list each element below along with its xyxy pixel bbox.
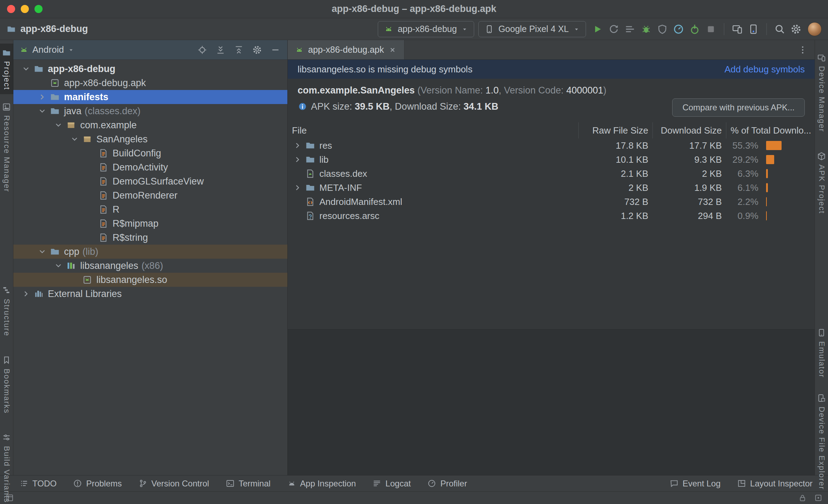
chevron-down-icon[interactable] bbox=[35, 104, 49, 118]
apply-changes-icon[interactable] bbox=[606, 22, 621, 37]
tool-button-device-file-explorer[interactable]: Device File Explorer bbox=[815, 389, 828, 494]
tree-item-demoactivity[interactable]: DemoActivity bbox=[13, 160, 287, 174]
status-bar bbox=[0, 491, 828, 504]
shield-icon[interactable] bbox=[655, 22, 670, 37]
tree-item-r[interactable]: R bbox=[13, 202, 287, 217]
compare-apk-button[interactable]: Compare with previous APK... bbox=[672, 98, 805, 117]
tool-button-emulator[interactable]: Emulator bbox=[815, 324, 828, 382]
column-header-file[interactable]: File bbox=[288, 122, 578, 138]
tree-item-external-libraries[interactable]: External Libraries bbox=[13, 287, 287, 301]
tool-button-version-control[interactable]: Version Control bbox=[138, 479, 209, 489]
settings-icon[interactable] bbox=[789, 22, 803, 37]
profile-lines-icon[interactable] bbox=[623, 22, 637, 37]
zoom-window-button[interactable] bbox=[34, 5, 43, 13]
tool-button-app-inspection[interactable]: App Inspection bbox=[287, 479, 356, 489]
project-breadcrumb[interactable]: app-x86-debug bbox=[6, 24, 88, 34]
tree-item-libsanangeles-so[interactable]: libsanangeles.so bbox=[13, 273, 287, 287]
attach-profiler-icon[interactable] bbox=[687, 22, 702, 37]
tree-item-sanangeles[interactable]: SanAngeles bbox=[13, 132, 287, 146]
column-header-percent[interactable]: % of Total Downlo... bbox=[726, 122, 815, 138]
close-tab-icon[interactable] bbox=[388, 45, 397, 54]
tool-button-profiler[interactable]: Profiler bbox=[427, 479, 467, 489]
chevron-down-icon[interactable] bbox=[68, 132, 82, 146]
minimize-window-button[interactable] bbox=[21, 5, 29, 13]
file-row-lib[interactable]: lib10.1 KB9.3 KB29.2% bbox=[288, 153, 815, 167]
tool-button-resource-manager[interactable]: Resource Manager bbox=[0, 98, 13, 196]
app-inspection-icon bbox=[287, 479, 297, 489]
tool-button-event-log[interactable]: Event Log bbox=[669, 479, 720, 489]
chevron-right-icon[interactable] bbox=[291, 181, 305, 195]
run-on-device-icon[interactable] bbox=[730, 22, 745, 37]
tree-item-java[interactable]: java(classes.dex) bbox=[13, 104, 287, 118]
file-row-androidmanifest-xml[interactable]: AndroidManifest.xml732 B732 B2.2% bbox=[288, 195, 815, 209]
file-row-res[interactable]: res17.8 KB17.7 KB55.3% bbox=[288, 138, 815, 153]
notifications-icon[interactable] bbox=[814, 493, 823, 503]
tree-item-app-x86-debug-apk[interactable]: app-x86-debug.apk bbox=[13, 76, 287, 90]
chevron-right-icon[interactable] bbox=[35, 90, 49, 104]
chevron-down-icon[interactable] bbox=[35, 245, 49, 259]
close-window-button[interactable] bbox=[7, 5, 15, 13]
tree-item-manifests[interactable]: manifests bbox=[13, 90, 287, 104]
tree-item-buildconfig[interactable]: BuildConfig bbox=[13, 146, 287, 160]
tree-item-label: cpp bbox=[64, 246, 79, 257]
profiler-icon[interactable] bbox=[671, 22, 686, 37]
tool-button-todo[interactable]: TODO bbox=[19, 479, 57, 489]
tool-button-project[interactable]: Project bbox=[0, 44, 13, 94]
tab-options-icon[interactable] bbox=[796, 44, 809, 56]
tree-item-com-example[interactable]: com.example bbox=[13, 118, 287, 132]
device-select[interactable]: Google Pixel 4 XL bbox=[478, 21, 586, 37]
version-name-label: (Version Name: bbox=[415, 85, 485, 96]
lock-icon[interactable] bbox=[798, 493, 807, 503]
tool-button-logcat[interactable]: Logcat bbox=[372, 479, 411, 489]
locate-icon[interactable] bbox=[196, 44, 209, 56]
tree-item-demoglsurfaceview[interactable]: DemoGLSurfaceView bbox=[13, 174, 287, 188]
chevron-down-icon[interactable] bbox=[51, 118, 65, 132]
tool-button-device-manager[interactable]: Device Manager bbox=[815, 49, 828, 136]
tool-button-label: Logcat bbox=[386, 479, 411, 489]
tool-button-build-variants[interactable]: Build Variants bbox=[0, 428, 13, 504]
file-row-resources-arsc[interactable]: resources.arsc1.2 KB294 B0.9% bbox=[288, 209, 815, 223]
tree-spacer bbox=[84, 217, 98, 231]
run-icon[interactable] bbox=[590, 22, 605, 37]
debug-icon[interactable] bbox=[639, 22, 654, 37]
tab-apk[interactable]: app-x86-debug.apk bbox=[288, 40, 405, 59]
tree-item-demorenderer[interactable]: DemoRenderer bbox=[13, 188, 287, 202]
tool-button-bookmarks[interactable]: Bookmarks bbox=[0, 351, 13, 418]
tree-item-libsanangeles[interactable]: libsanangeles(x86) bbox=[13, 259, 287, 273]
search-icon[interactable] bbox=[772, 22, 787, 37]
settings-icon[interactable] bbox=[251, 44, 263, 56]
version-close-paren: ) bbox=[603, 85, 606, 96]
apk-size-value: 39.5 KB bbox=[355, 101, 390, 112]
tool-button-problems[interactable]: Problems bbox=[73, 479, 122, 489]
file-row-meta-inf[interactable]: META-INF2 KB1.9 KB6.1% bbox=[288, 181, 815, 195]
device-mirror-icon[interactable] bbox=[746, 22, 761, 37]
tree-item-r-mipmap[interactable]: R$mipmap bbox=[13, 217, 287, 231]
column-header-raw-size[interactable]: Raw File Size bbox=[578, 122, 652, 138]
hide-icon[interactable] bbox=[269, 44, 282, 56]
chevron-down-icon[interactable] bbox=[51, 259, 65, 273]
collapse-all-icon[interactable] bbox=[233, 44, 245, 56]
tree-item-label: R$string bbox=[113, 232, 148, 243]
tool-button-apk-project[interactable]: APK Project bbox=[815, 147, 828, 218]
run-configuration-select[interactable]: app-x86-debug bbox=[378, 21, 474, 37]
file-row-classes-dex[interactable]: classes.dex2.1 KB2 KB6.3% bbox=[288, 167, 815, 181]
tree-item-app-x86-debug[interactable]: app-x86-debug bbox=[13, 62, 287, 76]
tree-item-r-string[interactable]: R$string bbox=[13, 231, 287, 245]
chevron-down-icon[interactable] bbox=[19, 62, 33, 76]
tree-item-cpp[interactable]: cpp(lib) bbox=[13, 245, 287, 259]
stop-icon[interactable] bbox=[703, 22, 718, 37]
editor-preview-icon[interactable] bbox=[5, 493, 14, 503]
tool-button-structure[interactable]: Structure bbox=[0, 281, 13, 341]
add-debug-symbols-link[interactable]: Add debug symbols bbox=[725, 64, 805, 75]
chevron-right-icon[interactable] bbox=[291, 153, 305, 167]
project-view-select[interactable]: Android bbox=[19, 44, 75, 55]
chevron-right-icon[interactable] bbox=[291, 138, 305, 153]
avatar[interactable] bbox=[808, 22, 822, 36]
expand-all-icon[interactable] bbox=[214, 44, 227, 56]
tool-button-terminal[interactable]: Terminal bbox=[225, 479, 270, 489]
chevron-right-icon[interactable] bbox=[19, 287, 33, 301]
tool-button-layout-inspector[interactable]: Layout Inspector bbox=[737, 479, 813, 489]
tree-item-suffix: (x86) bbox=[141, 260, 163, 271]
terminal-icon bbox=[225, 479, 235, 489]
column-header-download-size[interactable]: Download Size bbox=[652, 122, 726, 138]
